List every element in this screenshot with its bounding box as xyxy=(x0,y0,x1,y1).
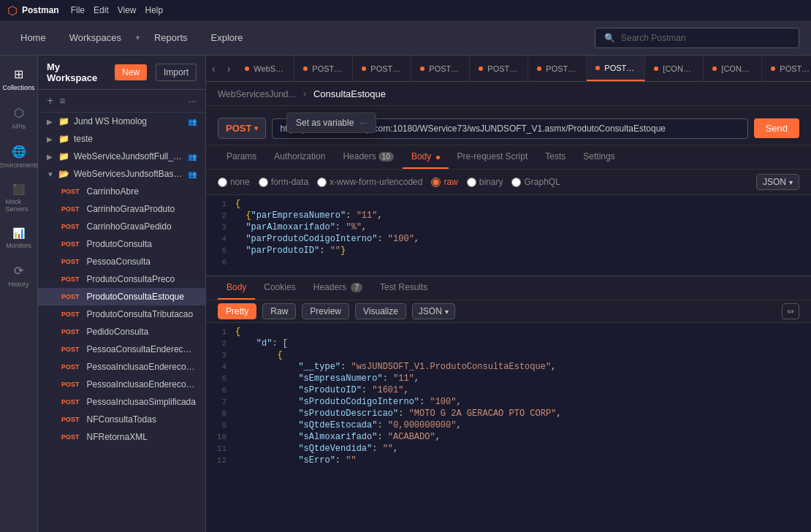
tooltip-dots[interactable]: ··· xyxy=(359,118,367,128)
nav-explore[interactable]: Explore xyxy=(202,28,252,48)
request-item-pessoaConsulta[interactable]: POST PessoaConsulta xyxy=(38,253,205,270)
resp-line-9: 9 "sQtdeEstocada": "0,000000000", xyxy=(206,419,811,431)
sidebar-item-apis[interactable]: ⬡ APIs xyxy=(3,100,35,136)
nav-reports[interactable]: Reports xyxy=(145,28,197,48)
team-icon: 👥 xyxy=(188,170,197,178)
tabs-bar: ‹ › WebServicesJund... POST h... POST h.… xyxy=(206,56,811,82)
request-item-produtoconsultaestoque[interactable]: POST ProdutoConsultaEstoque xyxy=(38,288,205,305)
resp-json-selector[interactable]: JSON ▾ xyxy=(412,303,455,319)
tab-post-h4[interactable]: POST h... xyxy=(411,56,470,81)
tab-post-h2[interactable]: POST h... xyxy=(294,56,353,81)
tab-nav-back[interactable]: ‹ xyxy=(206,56,221,81)
tab-dot xyxy=(537,66,541,71)
tab-confi9[interactable]: [CONFI... xyxy=(704,56,762,81)
request-item-pessoainclusaosimplificada[interactable]: POST PessoaInclusaoSimplificada xyxy=(38,393,205,411)
request-item-pessoainclusao2[interactable]: POST PessoaInclusaoEnderecoCobra... xyxy=(38,376,205,393)
method-badge: POST xyxy=(58,292,83,301)
pretty-button[interactable]: Pretty xyxy=(218,303,256,319)
sidebar-item-environments[interactable]: 🌐 Environments xyxy=(3,139,35,175)
titlebar: ⬡ Postman File Edit View Help xyxy=(0,0,811,20)
tab-post-f6[interactable]: POST F... xyxy=(528,56,587,81)
new-button[interactable]: New xyxy=(115,64,147,80)
collections-panel: My Workspace New Import + ≡ ··· ▶ 📁 Jund… xyxy=(38,56,206,532)
json-format-selector[interactable]: JSON ▾ xyxy=(756,174,799,190)
search-bar[interactable]: 🔍 Search Postman xyxy=(595,28,799,48)
request-item-produtoconsulta[interactable]: POST ProdutoConsulta xyxy=(38,235,205,253)
request-item-carrinhogravaproduto[interactable]: POST CarrinhoGravaProduto xyxy=(38,200,205,218)
menu-help[interactable]: Help xyxy=(145,5,164,15)
tab-post-f10[interactable]: POST F... xyxy=(762,56,811,81)
more-options-icon[interactable]: ··· xyxy=(188,95,197,107)
menu-view[interactable]: View xyxy=(118,5,137,15)
nav-home[interactable]: Home xyxy=(12,28,55,48)
collection-item-jund-ws-homolog[interactable]: ▶ 📁 Jund WS Homolog 👥 xyxy=(38,113,205,130)
nav-workspaces[interactable]: Workspaces xyxy=(61,28,130,48)
body-opt-raw[interactable]: raw xyxy=(431,177,457,187)
tab-dot xyxy=(303,66,308,71)
tab-confi8[interactable]: [CONFI... xyxy=(645,56,704,81)
sort-icon[interactable]: ≡ xyxy=(59,95,65,107)
body-opt-urlencoded[interactable]: x-www-form-urlencoded xyxy=(317,177,422,187)
menu-file[interactable]: File xyxy=(71,5,85,15)
request-item-nfconsultatodas[interactable]: POST NFConsultaTodas xyxy=(38,411,205,428)
request-item-pedidoconsulta[interactable]: POST PedidoConsulta xyxy=(38,323,205,341)
item-name: CarrinhoGravaPedido xyxy=(87,221,197,232)
req-tab-settings[interactable]: Settings xyxy=(574,145,623,169)
tab-post-slash[interactable]: POST /... xyxy=(470,56,528,81)
request-item-carrinhogravapedido[interactable]: POST CarrinhoGravaPedido xyxy=(38,218,205,235)
visualize-button[interactable]: Visualize xyxy=(355,303,406,319)
request-item-nfretornaxml[interactable]: POST NFRetornaXML xyxy=(38,428,205,446)
team-icon: 👥 xyxy=(188,118,197,126)
request-body-editor[interactable]: 1 { 2 {"parEmpresaNumero": "11", 3 "parA… xyxy=(206,195,811,276)
method-selector[interactable]: POST ▾ xyxy=(218,118,266,139)
preview-button[interactable]: Preview xyxy=(302,303,349,319)
tab-post-h3[interactable]: POST h... xyxy=(353,56,411,81)
import-button[interactable]: Import xyxy=(156,64,197,81)
body-opt-formdata[interactable]: form-data xyxy=(259,177,308,187)
menu-edit[interactable]: Edit xyxy=(94,5,109,15)
req-tab-prerequest[interactable]: Pre-request Script xyxy=(449,145,537,169)
collection-item-wsjundsoftbasic[interactable]: ▼ 📂 WebServicesJundsoftBasic_V1 👥 xyxy=(38,165,205,183)
sidebar-icons: ⊞ Collections ⬡ APIs 🌐 Environments ⬛ Mo… xyxy=(0,56,38,532)
collection-item-teste[interactable]: ▶ 📁 teste xyxy=(38,130,205,148)
add-collection-icon[interactable]: + xyxy=(47,94,53,107)
req-tab-params[interactable]: Params xyxy=(218,145,265,169)
request-item-pessoaconsultaenderecoentre[interactable]: POST PessoaConsultaEnderecoEntre... xyxy=(38,341,205,358)
req-tab-body[interactable]: Body xyxy=(403,145,449,169)
word-wrap-button[interactable]: ⇔ xyxy=(782,303,799,319)
workspace-name: My Workspace xyxy=(47,61,109,83)
body-opt-binary[interactable]: binary xyxy=(467,177,503,187)
collection-item-wsjundsoftfull[interactable]: ▶ 📁 WebServiceJundsoftFull_V1 👥 xyxy=(38,148,205,165)
resp-tab-body[interactable]: Body xyxy=(218,276,255,300)
send-button[interactable]: Send xyxy=(754,118,799,138)
body-options-bar: none form-data x-www-form-urlencoded raw… xyxy=(206,170,811,195)
resp-tab-cookies[interactable]: Cookies xyxy=(255,276,304,300)
resp-line-3: 3 { xyxy=(206,349,811,361)
request-item-pessoainclusao1[interactable]: POST PessoaInclusaoEnderecoCobra... xyxy=(38,358,205,376)
environments-icon: 🌐 xyxy=(12,145,26,159)
body-opt-graphql[interactable]: GraphQL xyxy=(511,177,560,187)
req-tab-authorization[interactable]: Authorization xyxy=(265,145,334,169)
raw-button[interactable]: Raw xyxy=(262,303,296,319)
tab-name: POST h... xyxy=(370,64,402,73)
request-item-carrinhoabre[interactable]: POST CarrinhoAbre xyxy=(38,183,205,200)
sidebar-item-history[interactable]: ⟳ History xyxy=(3,258,35,294)
request-item-produtoconsultatributacao[interactable]: POST ProdutoConsultaTributacao xyxy=(38,305,205,323)
req-tab-tests[interactable]: Tests xyxy=(536,145,574,169)
tooltip-label[interactable]: Set as variable xyxy=(296,118,354,128)
tab-webservicesjund[interactable]: WebServicesJund... xyxy=(236,56,294,81)
history-icon: ⟳ xyxy=(14,264,23,278)
sidebar-item-monitors[interactable]: 📊 Monitors xyxy=(3,221,35,255)
request-item-produtoconsultapreco[interactable]: POST ProdutoConsultaPreco xyxy=(38,270,205,288)
tab-nav-fwd[interactable]: › xyxy=(221,56,237,81)
sidebar-item-collections[interactable]: ⊞ Collections xyxy=(3,61,35,97)
method-chevron-icon: ▾ xyxy=(254,124,258,132)
code-line-2: 2 {"parEmpresaNumero": "11", xyxy=(206,210,811,221)
body-opt-none[interactable]: none xyxy=(218,177,250,187)
resp-tab-headers[interactable]: Headers 7 xyxy=(305,276,371,300)
tab-post-f7[interactable]: POST F... xyxy=(587,56,645,81)
chevron-right-icon: ▶ xyxy=(47,118,54,126)
resp-tab-testresults[interactable]: Test Results xyxy=(371,276,436,300)
req-tab-headers[interactable]: Headers10 xyxy=(334,145,402,169)
sidebar-item-mock-servers[interactable]: ⬛ Mock Servers xyxy=(3,178,35,218)
